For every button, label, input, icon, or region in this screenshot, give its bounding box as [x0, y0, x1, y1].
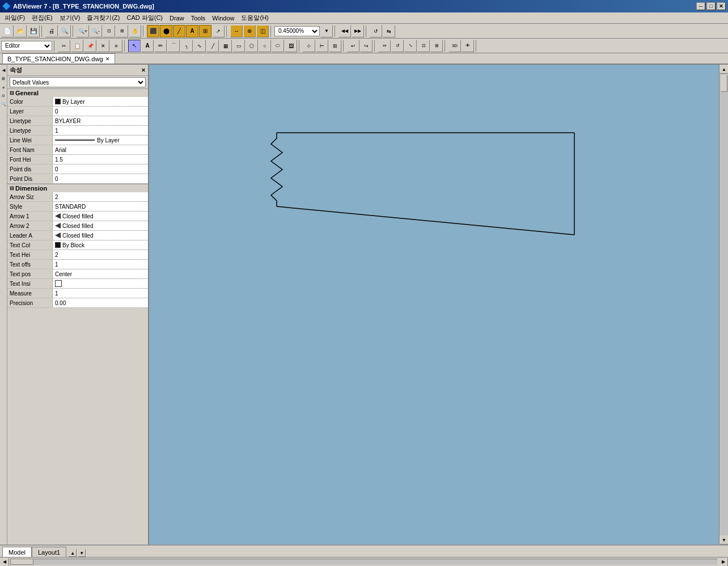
paste-button[interactable]: 📌	[84, 40, 96, 52]
scroll-up-button[interactable]: ▲	[719, 65, 728, 74]
grid-button[interactable]: ⊞	[329, 40, 341, 52]
polyline-button[interactable]: ╮	[180, 40, 193, 52]
tab-close-button[interactable]: ✕	[105, 56, 110, 62]
prop-lineweight-value[interactable]: By Layer	[53, 136, 148, 145]
tab-dwg[interactable]: B_TYPE_STANCHION_DWG.dwg ✕	[2, 53, 115, 64]
print-preview-button[interactable]: 🔍	[58, 25, 71, 37]
prop-textheight-value[interactable]: 2	[53, 250, 148, 259]
rotate-button[interactable]: ↺	[370, 25, 382, 37]
prop-measure-value[interactable]: 1	[53, 289, 148, 298]
rotate2-button[interactable]: ↺	[391, 40, 404, 52]
rect-button[interactable]: ▭	[232, 40, 245, 52]
print-button[interactable]: 🖨	[45, 25, 58, 37]
tab-model[interactable]: Model	[2, 547, 32, 557]
minimize-button[interactable]: ─	[696, 2, 705, 10]
image-button[interactable]: 🖼	[285, 40, 297, 52]
hatch-button[interactable]: ▦	[219, 40, 232, 52]
polygon-button[interactable]: ⬡	[246, 40, 258, 52]
textinside-checkbox[interactable]	[55, 280, 62, 287]
prop-linetype1-value[interactable]: BYLAYER	[53, 116, 148, 125]
calibrate-button[interactable]: ⊕	[243, 25, 256, 37]
nav-next-button[interactable]: ▶▶	[352, 25, 364, 37]
snap-button[interactable]: ⊹	[303, 40, 315, 52]
panel-icon-4[interactable]: ⊙	[0, 92, 7, 99]
ortho-button[interactable]: ⊢	[316, 40, 328, 52]
close-button[interactable]: ✕	[717, 2, 726, 10]
line2-button[interactable]: ╱	[206, 40, 219, 52]
prop-textoffset-value[interactable]: 1	[53, 260, 148, 269]
prop-fontname-value[interactable]: Arial	[53, 145, 148, 154]
zoom-apply-button[interactable]: ▼	[320, 25, 333, 37]
zoom-extent-button[interactable]: ⊡	[103, 25, 115, 37]
hscroll-right-button[interactable]: ▶	[719, 557, 728, 567]
array-button[interactable]: ⊞	[430, 40, 443, 52]
scroll-down-button[interactable]: ▼	[719, 535, 728, 544]
scale-button[interactable]: ⤡	[404, 40, 417, 52]
tab-scroll-left[interactable]: ▲	[69, 549, 77, 557]
flip-button[interactable]: ⇆	[383, 25, 395, 37]
delete-button[interactable]: ✕	[97, 40, 109, 52]
hscroll-track[interactable]	[10, 559, 718, 565]
offset-button[interactable]: ⊡	[417, 40, 430, 52]
text-color-button[interactable]: A	[141, 40, 154, 52]
text-button[interactable]: A	[186, 25, 198, 37]
prop-arrow1-value[interactable]: Closed filled	[53, 212, 148, 221]
hscroll-thumb[interactable]	[11, 559, 33, 565]
menu-cad[interactable]: CAD 파일(C)	[123, 12, 166, 23]
ellipse-button[interactable]: ⬭	[272, 40, 284, 52]
scroll-thumb[interactable]	[721, 75, 727, 92]
prop-style-value[interactable]: STANDARD	[53, 202, 148, 211]
panel-icon-3[interactable]: ≡	[0, 84, 7, 91]
prop-pointdist1-value[interactable]: 0	[53, 164, 148, 174]
prop-linetype2-value[interactable]: 1	[53, 126, 148, 135]
editor-combo[interactable]: Editor	[1, 41, 52, 51]
new-button[interactable]: 📄	[1, 25, 14, 37]
panel-icon-5[interactable]: 🔍	[0, 101, 7, 108]
select-button[interactable]: ↖	[128, 40, 141, 52]
compare-button[interactable]: ◫	[256, 25, 269, 37]
measure-button[interactable]: ↔	[230, 25, 243, 37]
zoom-out-button[interactable]: 🔍-	[90, 25, 102, 37]
prop-arrow2-value[interactable]: Closed filled	[53, 221, 148, 230]
prop-precision-value[interactable]: 0.00	[53, 298, 148, 307]
zoom-in-button[interactable]: 🔍+	[77, 25, 89, 37]
menu-favorites[interactable]: 즐겨찾기(Z)	[83, 12, 123, 23]
table-button[interactable]: ⊞	[199, 25, 211, 37]
prop-layer-value[interactable]: 0	[53, 107, 148, 116]
default-values-combo[interactable]: Default Values	[10, 77, 146, 87]
prop-textpos-value[interactable]: Center	[53, 269, 148, 278]
redo-button[interactable]: ↪	[360, 40, 373, 52]
prop-color-value[interactable]: By Layer	[53, 97, 148, 106]
general-section-header[interactable]: ⊟ General	[7, 88, 148, 97]
arc-button[interactable]: ⌒	[167, 40, 180, 52]
panel-icon-1[interactable]: ◀	[0, 67, 7, 74]
menu-edit[interactable]: 편집(E)	[28, 12, 56, 23]
circle2-button[interactable]: ○	[259, 40, 271, 52]
cut-button[interactable]: ✂	[58, 40, 70, 52]
scroll-track[interactable]	[719, 74, 728, 535]
pan-button[interactable]: ✋	[129, 25, 141, 37]
menu-help[interactable]: 도움말(H)	[238, 12, 272, 23]
prop-textcolor-value[interactable]: By Block	[53, 240, 148, 250]
dimension-section-header[interactable]: ⊟ Dimension	[7, 184, 148, 192]
prop-leaderarrow-value[interactable]: Closed filled	[53, 231, 148, 240]
nav-prev-button[interactable]: ◀◀	[338, 25, 351, 37]
view-button[interactable]: 👁	[462, 40, 474, 52]
line-button[interactable]: ╱	[173, 25, 185, 37]
prop-textinside-value[interactable]	[53, 279, 148, 288]
maximize-button[interactable]: □	[706, 2, 716, 10]
panel-close-button[interactable]: ✕	[141, 67, 146, 73]
menu-view[interactable]: 보기(V)	[56, 12, 84, 23]
prop-fontheight-value[interactable]: 1.5	[53, 155, 148, 164]
copy-button[interactable]: 📋	[71, 40, 83, 52]
circle-button[interactable]: ⬤	[160, 25, 172, 37]
menu-window[interactable]: Window	[209, 14, 238, 23]
drawing-area[interactable]	[149, 65, 719, 544]
tab-layout1[interactable]: Layout1	[32, 547, 66, 557]
open-button[interactable]: 📂	[14, 25, 27, 37]
pencil-button[interactable]: ✏	[154, 40, 167, 52]
mirror-button[interactable]: ⇔	[378, 40, 391, 52]
spline-button[interactable]: ∿	[193, 40, 206, 52]
general-expand-icon[interactable]: ⊟	[10, 90, 14, 96]
prop-arrowsize-value[interactable]: 2	[53, 192, 148, 201]
